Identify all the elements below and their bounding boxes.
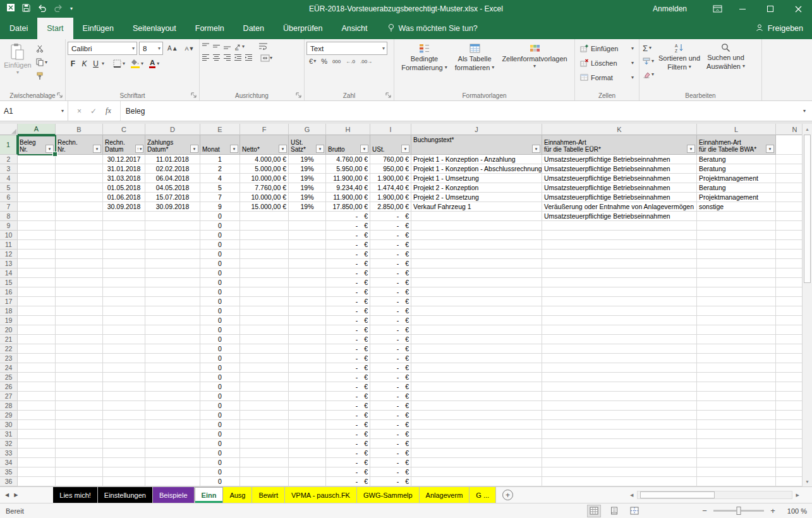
zoom-level[interactable]: 100 % bbox=[783, 507, 807, 515]
cell-J6[interactable]: Projekt 2 - Umsetzung bbox=[411, 193, 542, 202]
row-header-17[interactable]: 17 bbox=[0, 297, 18, 306]
cell-I26[interactable]: -€ bbox=[370, 382, 411, 392]
cell-J3[interactable]: Projekt 1 - Konzeption - Abschlussrechnu… bbox=[411, 164, 542, 174]
cut-button[interactable] bbox=[33, 42, 50, 55]
sheet-tab-g[interactable]: G ... bbox=[470, 487, 496, 503]
cell-K21[interactable] bbox=[542, 335, 697, 344]
cell-D32[interactable] bbox=[145, 439, 200, 449]
ribbon-tab-ansicht[interactable]: Ansicht bbox=[332, 18, 377, 39]
row-header-29[interactable]: 29 bbox=[0, 411, 18, 420]
row-header-21[interactable]: 21 bbox=[0, 335, 18, 344]
cell-A5[interactable] bbox=[18, 183, 56, 193]
cell-H6[interactable]: 11.900,00 € bbox=[326, 193, 370, 202]
cell-L13[interactable] bbox=[697, 259, 776, 268]
cell-B36[interactable] bbox=[56, 477, 103, 486]
cell-G2[interactable]: 19% bbox=[289, 155, 326, 164]
cell-C8[interactable] bbox=[103, 212, 145, 221]
cell-I21[interactable]: -€ bbox=[370, 335, 411, 344]
column-header-k[interactable]: K bbox=[542, 124, 697, 135]
scroll-up-icon[interactable]: ▲ bbox=[803, 124, 812, 134]
cell-B19[interactable] bbox=[56, 316, 103, 325]
cell-G19[interactable] bbox=[289, 316, 326, 325]
cell-J24[interactable] bbox=[411, 363, 542, 373]
ribbon-tab-daten[interactable]: Daten bbox=[234, 18, 274, 39]
customize-qat-icon[interactable]: ▾ bbox=[70, 6, 73, 11]
cell-H10[interactable]: -€ bbox=[326, 231, 370, 240]
cell-G33[interactable] bbox=[289, 449, 326, 458]
cell-C2[interactable]: 30.12.2017 bbox=[103, 155, 145, 164]
wrap-text-icon[interactable] bbox=[258, 42, 268, 51]
cell-K18[interactable] bbox=[542, 306, 697, 316]
sheet-tab-bewirt[interactable]: Bewirt bbox=[252, 487, 285, 503]
cell-H25[interactable]: -€ bbox=[326, 373, 370, 382]
clipboard-dialog-launcher[interactable] bbox=[56, 92, 63, 99]
cell-F20[interactable] bbox=[240, 325, 289, 335]
cell-D27[interactable] bbox=[145, 392, 200, 401]
cell-D8[interactable] bbox=[145, 212, 200, 221]
cell-A18[interactable] bbox=[18, 306, 56, 316]
cell-D26[interactable] bbox=[145, 382, 200, 392]
header-cell-b[interactable]: Rechn.Nr.▾ bbox=[56, 135, 103, 155]
cell-B23[interactable] bbox=[56, 354, 103, 363]
cell-J30[interactable] bbox=[411, 420, 542, 430]
cell-A7[interactable] bbox=[18, 202, 56, 212]
cell-H4[interactable]: 11.900,00 € bbox=[326, 174, 370, 183]
cell-L26[interactable] bbox=[697, 382, 776, 392]
cell-D24[interactable] bbox=[145, 363, 200, 373]
cell-B20[interactable] bbox=[56, 325, 103, 335]
cell-K9[interactable] bbox=[542, 221, 697, 231]
cell-A4[interactable] bbox=[18, 174, 56, 183]
row-header-31[interactable]: 31 bbox=[0, 430, 18, 439]
cell-E26[interactable]: 0 bbox=[200, 382, 240, 392]
cell-A22[interactable] bbox=[18, 344, 56, 354]
row-header-11[interactable]: 11 bbox=[0, 240, 18, 250]
cell-J12[interactable] bbox=[411, 250, 542, 259]
cell-K20[interactable] bbox=[542, 325, 697, 335]
cell-E25[interactable]: 0 bbox=[200, 373, 240, 382]
cell-I20[interactable]: -€ bbox=[370, 325, 411, 335]
format-as-table-button[interactable]: Als Tabelle formatieren▾ bbox=[452, 40, 498, 71]
row-header-28[interactable]: 28 bbox=[0, 401, 18, 411]
cell-L11[interactable] bbox=[697, 240, 776, 250]
cell-F30[interactable] bbox=[240, 420, 289, 430]
filter-button-i[interactable]: ▾ bbox=[401, 145, 409, 153]
row-header-13[interactable]: 13 bbox=[0, 259, 18, 268]
cell-L36[interactable] bbox=[697, 477, 776, 486]
cell-N27[interactable] bbox=[776, 392, 802, 401]
cell-A3[interactable] bbox=[18, 164, 56, 174]
cell-K6[interactable]: Umsatzsteuerpflichtige Betriebseinnahmen bbox=[542, 193, 697, 202]
cell-J17[interactable] bbox=[411, 297, 542, 306]
cell-B33[interactable] bbox=[56, 449, 103, 458]
comma-style-button[interactable]: 000 bbox=[332, 59, 341, 64]
cell-D5[interactable]: 04.05.2018 bbox=[145, 183, 200, 193]
cell-C31[interactable] bbox=[103, 430, 145, 439]
cell-E11[interactable]: 0 bbox=[200, 240, 240, 250]
cell-F12[interactable] bbox=[240, 250, 289, 259]
cell-E34[interactable]: 0 bbox=[200, 458, 240, 467]
column-header-g[interactable]: G bbox=[289, 124, 326, 135]
cell-C5[interactable]: 01.05.2018 bbox=[103, 183, 145, 193]
row-header-35[interactable]: 35 bbox=[0, 467, 18, 477]
cell-L18[interactable] bbox=[697, 306, 776, 316]
header-cell-h[interactable]: Brutto▾ bbox=[326, 135, 370, 155]
cell-J13[interactable] bbox=[411, 259, 542, 268]
cell-I23[interactable]: -€ bbox=[370, 354, 411, 363]
font-color-button[interactable]: A ▾ bbox=[147, 57, 162, 70]
cell-H31[interactable]: -€ bbox=[326, 430, 370, 439]
increase-indent-icon[interactable] bbox=[245, 54, 253, 63]
cell-A20[interactable] bbox=[18, 325, 56, 335]
hscroll-left-icon[interactable]: ◀ bbox=[629, 493, 634, 498]
row-header-25[interactable]: 25 bbox=[0, 373, 18, 382]
row-header-27[interactable]: 27 bbox=[0, 392, 18, 401]
row-header-1[interactable]: 1 bbox=[0, 135, 18, 155]
paste-button[interactable]: Einfügen ▾ bbox=[2, 40, 33, 90]
row-header-34[interactable]: 34 bbox=[0, 458, 18, 467]
cell-J18[interactable] bbox=[411, 306, 542, 316]
cancel-entry-button[interactable]: × bbox=[77, 107, 82, 116]
cell-E27[interactable]: 0 bbox=[200, 392, 240, 401]
cell-N6[interactable] bbox=[776, 193, 802, 202]
cell-I5[interactable]: 1.474,40 € bbox=[370, 183, 411, 193]
underline-button[interactable]: U bbox=[90, 59, 101, 68]
share-button[interactable]: Freigeben bbox=[755, 18, 803, 39]
cell-N14[interactable] bbox=[776, 268, 802, 278]
